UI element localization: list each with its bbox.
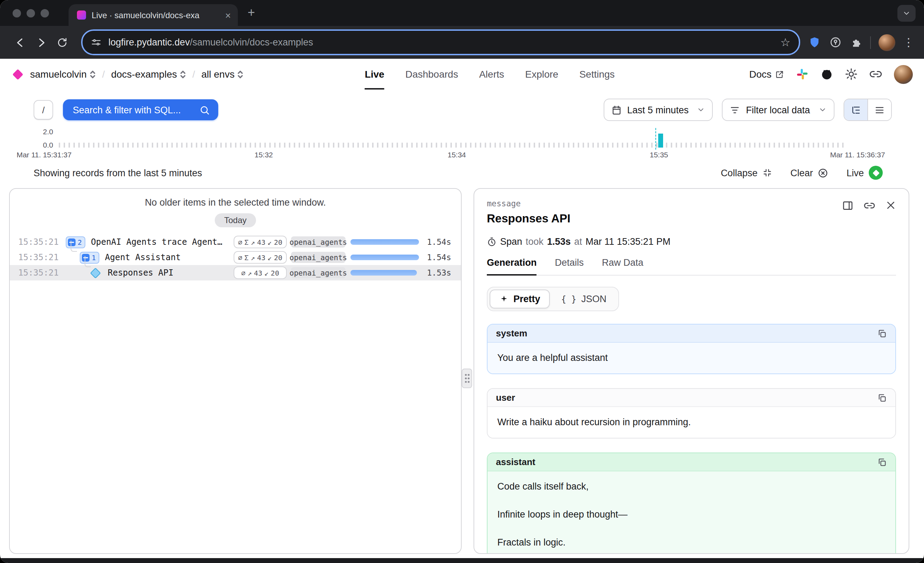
copy-link-icon[interactable]: [864, 200, 875, 211]
filter-icon: [730, 105, 740, 115]
no-exception-icon: ∅: [242, 269, 246, 277]
browser-profile-avatar[interactable]: [879, 34, 896, 51]
records-actions: Collapse Clear Live: [721, 166, 883, 180]
trace-row[interactable]: 15:35:21 1 Agent Assistant ∅ Σ ↗43 ↙20 o…: [10, 250, 461, 265]
tokens-in-arrow-icon: ↗: [248, 269, 252, 277]
chart-cursor-dashed-line: [655, 128, 656, 150]
token-counts-pill: ∅ Σ ↗43 ↙20: [234, 236, 287, 248]
duration-bar[interactable]: [350, 270, 417, 276]
child-count: 1: [92, 253, 96, 261]
github-icon[interactable]: [820, 68, 833, 81]
live-toggle[interactable]: Live: [846, 166, 883, 180]
span-detail-panel: message Responses API Span took 1.53s at…: [474, 188, 909, 554]
y-tick-min: 0.0: [28, 141, 53, 149]
tree-view-button[interactable]: [844, 99, 867, 120]
window-zoom-button[interactable]: [40, 9, 49, 17]
tab-search-button[interactable]: [897, 5, 916, 22]
main-nav: Live Dashboards Alerts Explore Settings: [365, 59, 615, 90]
forward-button[interactable]: [31, 32, 52, 53]
address-bar[interactable]: logfire.pydantic.dev/samuelcolvin/docs-e…: [81, 29, 800, 55]
copy-icon[interactable]: [877, 328, 887, 338]
child-count: 2: [78, 238, 82, 246]
browser-window: Live · samuelcolvin/docs-exa × + logfire…: [0, 0, 924, 563]
user-avatar[interactable]: [894, 65, 913, 84]
password-extension-icon[interactable]: [830, 36, 842, 48]
tab-title: Live · samuelcolvin/docs-exa: [92, 10, 218, 20]
list-view-button[interactable]: [867, 99, 891, 120]
window-minimize-button[interactable]: [27, 9, 35, 17]
site-settings-icon[interactable]: [91, 37, 101, 48]
x-tick-3: 15:35: [650, 150, 668, 159]
empty-window-message: No older items in the selected time wind…: [10, 197, 461, 208]
records-status-text: Showing records from the last 5 minutes: [34, 168, 202, 178]
pretty-toggle-button[interactable]: Pretty: [490, 289, 550, 308]
window-close-button[interactable]: [13, 9, 21, 17]
window-bottom-edge: [0, 558, 924, 563]
url-host: logfire.pydantic.dev: [108, 37, 190, 48]
trace-row-selected[interactable]: 15:35:21 Responses API ∅ ↗43 ↙20 openai_…: [10, 265, 461, 280]
chart-spike-bar[interactable]: [658, 133, 663, 148]
copy-icon[interactable]: [877, 393, 887, 403]
json-toggle-button[interactable]: { } JSON: [552, 289, 616, 308]
copy-icon[interactable]: [877, 457, 887, 467]
message-role: assistant: [496, 457, 536, 467]
x-tick-1: 15:32: [255, 150, 273, 159]
local-filter-dropdown[interactable]: Filter local data: [722, 99, 834, 121]
new-tab-button[interactable]: +: [248, 6, 255, 20]
span-label: Span: [500, 237, 522, 247]
env-selector-icon: [237, 70, 244, 79]
nav-dashboards[interactable]: Dashboards: [405, 59, 458, 90]
message-card-user: user Write a haiku about recursion in pr…: [487, 388, 896, 439]
bookmark-star-icon[interactable]: ☆: [780, 36, 790, 49]
nav-live[interactable]: Live: [365, 59, 384, 90]
breadcrumb-org[interactable]: samuelcolvin: [30, 69, 96, 80]
tab-close-icon[interactable]: ×: [224, 9, 232, 21]
x-tick-start: Mar 11. 15:31:37: [16, 150, 71, 159]
message-card-body: Code calls itself back, Infinite loops i…: [488, 472, 896, 554]
chart-plot-area[interactable]: [59, 131, 847, 148]
collapse-button[interactable]: Collapse: [721, 168, 772, 178]
trace-row[interactable]: 15:35:21 2 OpenAI Agents trace Agent… ∅ …: [10, 234, 461, 250]
tab-raw-data[interactable]: Raw Data: [602, 258, 644, 276]
tab-details[interactable]: Details: [555, 258, 584, 276]
filter-bar: / Search & filter with SQL... Last 5 min…: [0, 99, 924, 121]
duration-bar[interactable]: [350, 239, 419, 245]
nav-explore[interactable]: Explore: [525, 59, 558, 90]
span-duration: 1.53s: [547, 237, 571, 247]
tab-generation[interactable]: Generation: [487, 258, 537, 276]
span-diamond-icon: [90, 267, 101, 278]
sql-search-button[interactable]: Search & filter with SQL...: [63, 99, 218, 120]
duration-bar[interactable]: [350, 255, 419, 260]
browser-menu-icon[interactable]: ⋮: [903, 36, 914, 49]
open-panel-icon[interactable]: [842, 200, 854, 211]
docs-link[interactable]: Docs: [749, 69, 784, 80]
share-link-icon[interactable]: [870, 68, 882, 81]
slash-shortcut-key[interactable]: /: [34, 100, 53, 120]
back-button[interactable]: [10, 32, 31, 53]
close-panel-icon[interactable]: [885, 200, 896, 211]
breadcrumb-project[interactable]: docs-examples: [111, 69, 186, 80]
stopwatch-icon: [487, 237, 496, 247]
records-timeline-chart[interactable]: 2.0 0.0 Mar 11. 15:31:37 15:32 15:34 15:…: [0, 129, 924, 160]
nav-settings[interactable]: Settings: [579, 59, 615, 90]
reload-button[interactable]: [52, 32, 73, 53]
panel-resize-handle[interactable]: [462, 368, 472, 388]
time-range-dropdown[interactable]: Last 5 minutes: [603, 99, 713, 121]
breadcrumb-env[interactable]: all envs: [201, 69, 244, 80]
content-panels: No older items in the selected time wind…: [0, 188, 924, 554]
scope-tag: openai_agents: [291, 237, 345, 248]
shield-extension-icon[interactable]: [808, 36, 820, 48]
theme-sun-icon[interactable]: [845, 68, 858, 81]
browser-tab[interactable]: Live · samuelcolvin/docs-exa ×: [69, 4, 238, 26]
url-text[interactable]: logfire.pydantic.dev/samuelcolvin/docs-e…: [108, 37, 773, 48]
logfire-logo-icon[interactable]: [12, 69, 23, 79]
app-header: samuelcolvin / docs-examples / all envs …: [0, 59, 924, 90]
breadcrumb: samuelcolvin / docs-examples / all envs: [30, 69, 244, 80]
clear-button[interactable]: Clear: [790, 168, 828, 178]
extensions-puzzle-icon[interactable]: [850, 36, 862, 48]
slack-icon[interactable]: [796, 68, 808, 81]
date-chip[interactable]: Today: [215, 213, 256, 227]
browser-toolbar: logfire.pydantic.dev/samuelcolvin/docs-e…: [0, 26, 924, 59]
nav-alerts[interactable]: Alerts: [479, 59, 504, 90]
message-card-body: Write a haiku about recursion in program…: [488, 407, 896, 438]
